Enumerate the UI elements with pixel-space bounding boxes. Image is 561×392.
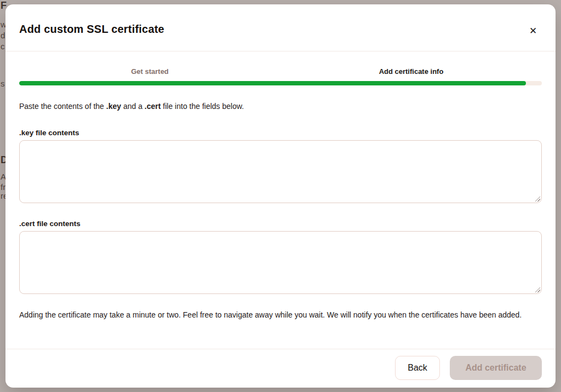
step-add-certificate-info: Add certificate info xyxy=(280,67,542,76)
step-get-started: Get started xyxy=(19,67,280,76)
key-file-textarea[interactable] xyxy=(19,140,542,203)
stepper-progress-track xyxy=(19,81,542,85)
key-file-field xyxy=(19,140,542,203)
backdrop-text-fragment: c xyxy=(1,42,5,51)
cert-file-field xyxy=(19,231,542,294)
resize-grip-icon[interactable] xyxy=(534,286,540,292)
add-certificate-button[interactable]: Add certificate xyxy=(450,356,542,380)
intro-text: Paste the contents of the .key and a .ce… xyxy=(19,102,244,111)
resize-grip-icon[interactable] xyxy=(534,195,540,201)
footer: Back Add certificate xyxy=(395,356,542,380)
note-text: Adding the certificate may take a minute… xyxy=(19,309,542,321)
dialog-title: Add custom SSL certificate xyxy=(19,23,164,36)
header-divider xyxy=(5,51,556,51)
add-ssl-certificate-dialog: Add custom SSL certificate ✕ Get started… xyxy=(5,4,556,388)
stepper-progress-fill xyxy=(19,81,526,85)
key-file-label: .key file contents xyxy=(19,129,79,137)
backdrop-text-fragment: fr xyxy=(1,182,5,192)
cert-file-label: .cert file contents xyxy=(19,220,81,228)
backdrop-text-fragment: d xyxy=(1,31,5,40)
stepper: Get started Add certificate info xyxy=(19,67,542,76)
backdrop-text-fragment: s xyxy=(1,79,5,88)
back-button[interactable]: Back xyxy=(395,356,440,380)
close-icon[interactable]: ✕ xyxy=(527,25,539,37)
cert-file-textarea[interactable] xyxy=(19,231,542,294)
footer-divider xyxy=(5,349,556,349)
